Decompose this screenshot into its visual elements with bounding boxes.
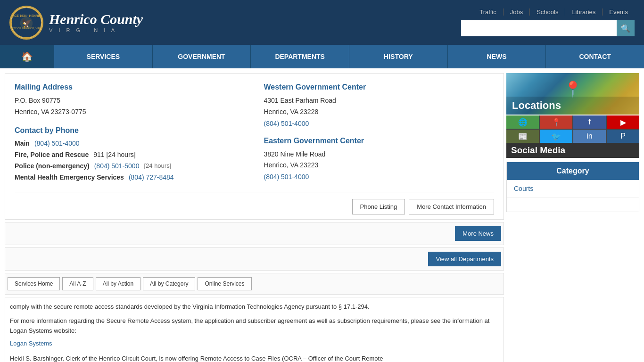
nav-history[interactable]: HISTORY <box>349 45 448 68</box>
content-text-3: Heidi S. Barshinger, Clerk of the Henric… <box>10 354 499 362</box>
police-label: Police (non-emergency) <box>15 162 90 170</box>
category-box: Category Courts <box>506 162 639 212</box>
main-area: Mailing Address P.O. Box 90775 Henrico, … <box>0 68 506 362</box>
globe-icon: 🌐 <box>506 115 539 129</box>
content-body: comply with the secure remote access sta… <box>5 297 504 362</box>
eastern-center-title[interactable]: Eastern Government Center <box>264 137 495 145</box>
online-services-button[interactable]: Online Services <box>198 277 251 290</box>
header-logo: SINCE 1634 · HENRICO COUNTY OF HENRICO, … <box>9 6 143 40</box>
top-link-events[interactable]: Events <box>603 8 635 16</box>
linkedin-icon: in <box>573 130 606 143</box>
content-text-1: comply with the secure remote access sta… <box>10 302 499 312</box>
main-phone-row: Main (804) 501-4000 <box>15 140 245 147</box>
all-az-button[interactable]: All A-Z <box>62 277 93 290</box>
contact-right: Western Government Center 4301 East Parh… <box>264 83 495 185</box>
nav-services[interactable]: SERVICES <box>54 45 153 68</box>
all-by-action-button[interactable]: All by Action <box>96 277 140 290</box>
fire-label: Fire, Police and Rescue <box>15 151 89 158</box>
search-button[interactable]: 🔍 <box>617 20 635 36</box>
courts-item[interactable]: Courts <box>507 180 639 197</box>
mailing-address-line2: Henrico, VA 23273-0775 <box>15 107 245 118</box>
western-address1: 4301 East Parham Road <box>264 95 495 107</box>
top-link-traffic[interactable]: Traffic <box>473 8 503 16</box>
category-empty-space <box>507 197 639 212</box>
fire-row: Fire, Police and Rescue 911 [24 hours] <box>15 151 245 158</box>
map-pin-icon: 📍 <box>563 80 582 98</box>
main-phone-link[interactable]: (804) 501-4000 <box>34 140 80 147</box>
category-header: Category <box>507 162 639 180</box>
page-wrapper: Mailing Address P.O. Box 90775 Henrico, … <box>0 68 644 362</box>
eastern-phone-link[interactable]: (804) 501-4000 <box>264 173 495 181</box>
news-bar: More News <box>5 222 504 245</box>
search-bar: 🔍 <box>461 20 635 36</box>
mailing-title: Mailing Address <box>15 83 245 91</box>
top-link-libraries[interactable]: Libraries <box>565 8 603 16</box>
locations-block[interactable]: 📍 Locations <box>506 73 639 115</box>
logo-text-block: Henrico County V I R G I N I A <box>49 12 143 33</box>
pinterest-icon: P <box>607 130 639 143</box>
main-nav: 🏠 SERVICES GOVERNMENT DEPARTMENTS HISTOR… <box>0 45 644 68</box>
mental-label: Mental Health Emergency Services <box>15 173 124 181</box>
nav-home[interactable]: 🏠 <box>0 45 54 68</box>
social-label: Social Media <box>506 143 639 158</box>
phone-listing-button[interactable]: Phone Listing <box>352 199 405 214</box>
contact-grid: Mailing Address P.O. Box 90775 Henrico, … <box>15 83 494 185</box>
top-link-schools[interactable]: Schools <box>530 8 565 16</box>
departments-bar: View all Departments <box>5 247 504 271</box>
nav-government[interactable]: GOVERNMENT <box>153 45 251 68</box>
police-row: Police (non-emergency) (804) 501-5000 [2… <box>15 162 245 170</box>
western-center-title[interactable]: Western Government Center <box>264 83 495 91</box>
more-news-button[interactable]: More News <box>455 226 501 241</box>
search-input[interactable] <box>461 20 617 36</box>
content-text-2: For more information regarding the Secur… <box>10 316 499 336</box>
svg-text:🦅: 🦅 <box>22 18 32 28</box>
nav-departments[interactable]: DEPARTMENTS <box>251 45 349 68</box>
right-sidebar: 📍 Locations 🌐 📍 f ▶ 📰 🐦 in P Social Medi… <box>506 73 639 212</box>
fire-number: 911 [24 hours] <box>93 151 136 158</box>
eastern-address2: Henrico, VA 23223 <box>264 160 495 171</box>
logan-systems-link[interactable]: Logan Systems <box>10 340 499 347</box>
facebook-icon: f <box>573 115 606 129</box>
more-contact-button[interactable]: More Contact Information <box>409 199 494 214</box>
services-nav: Services Home All A-Z All by Action All … <box>5 273 504 295</box>
western-phone-link[interactable]: (804) 501-4000 <box>264 120 495 127</box>
view-all-departments-button[interactable]: View all Departments <box>428 252 501 266</box>
western-address2: Henrico, VA 23228 <box>264 107 495 118</box>
foursquare-icon: 📍 <box>540 115 572 129</box>
mailing-address-line1: P.O. Box 90775 <box>15 95 245 107</box>
contact-action-buttons: Phone Listing More Contact Information <box>15 192 494 219</box>
eastern-address1: 3820 Nine Mile Road <box>264 149 495 160</box>
contact-left: Mailing Address P.O. Box 90775 Henrico, … <box>15 83 245 185</box>
social-icons-grid: 🌐 📍 f ▶ 📰 🐦 in P <box>506 115 639 143</box>
news-icon: 📰 <box>506 130 539 143</box>
header: SINCE 1634 · HENRICO COUNTY OF HENRICO, … <box>0 0 644 45</box>
top-link-jobs[interactable]: Jobs <box>504 8 530 16</box>
youtube-icon: ▶ <box>607 115 639 129</box>
police-hours: [24 hours] <box>144 162 171 169</box>
all-by-category-button[interactable]: All by Category <box>143 277 195 290</box>
mental-phone-link[interactable]: (804) 727-8484 <box>129 173 174 181</box>
police-phone-link[interactable]: (804) 501-5000 <box>94 162 140 170</box>
nav-news[interactable]: NEWS <box>448 45 546 68</box>
top-links: Traffic Jobs Schools Libraries Events <box>473 8 635 16</box>
locations-label: Locations <box>506 97 639 115</box>
twitter-icon: 🐦 <box>540 130 572 143</box>
logo-circle[interactable]: SINCE 1634 · HENRICO COUNTY OF HENRICO, … <box>9 6 43 40</box>
services-home-button[interactable]: Services Home <box>8 277 60 290</box>
social-media-block[interactable]: 🌐 📍 f ▶ 📰 🐦 in P Social Media <box>506 115 639 158</box>
contact-panel: Mailing Address P.O. Box 90775 Henrico, … <box>5 73 504 220</box>
main-phone-label: Main <box>15 140 30 147</box>
header-right: Traffic Jobs Schools Libraries Events 🔍 <box>461 8 635 36</box>
phone-title: Contact by Phone <box>15 126 245 135</box>
nav-contact[interactable]: CONTACT <box>546 45 644 68</box>
mental-row: Mental Health Emergency Services (804) 7… <box>15 173 245 181</box>
svg-text:SINCE 1634 · HENRICO: SINCE 1634 · HENRICO <box>11 14 42 17</box>
logo-subtitle: V I R G I N I A <box>49 27 143 33</box>
